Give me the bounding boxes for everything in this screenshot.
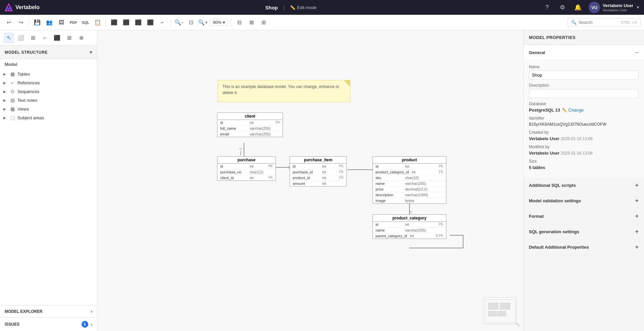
fit-button[interactable]: ⊡ <box>186 17 196 28</box>
zoom-control[interactable]: 90% ▾ <box>210 19 228 26</box>
save-button[interactable]: 💾 <box>32 17 43 28</box>
resize-icon: ⤡ <box>515 321 520 328</box>
svg-rect-18 <box>498 311 506 316</box>
table-row: product_category_id int FK <box>373 169 446 175</box>
help-icon[interactable]: ? <box>542 3 552 12</box>
toolbar-divider-1 <box>29 18 29 27</box>
user-dropdown[interactable]: VU Vertabelo User Vertabelo User ▼ <box>589 2 640 13</box>
zoom-out-button[interactable]: 🔍- <box>174 17 184 28</box>
database-label: Database <box>529 101 639 106</box>
layers-button[interactable]: ⬛ <box>145 17 156 28</box>
image-button[interactable]: 🖼 <box>56 17 67 28</box>
table-row: price decimal(12,2) <box>373 187 446 192</box>
share-button[interactable]: 👥 <box>44 17 55 28</box>
table-purchase-item[interactable]: purchase_item id int PK purchase_id int … <box>290 156 347 187</box>
table-client[interactable]: client id int PK full_name varchar(255) … <box>217 113 283 137</box>
align-right-button[interactable]: ⬛ <box>133 17 144 28</box>
created-by-label: Created by <box>529 130 639 135</box>
default-additional-header[interactable]: Default Additional Properties + <box>524 240 644 255</box>
modified-by-field: Modified by Vertabelo User 2025-01-16 13… <box>529 144 639 156</box>
search-input[interactable] <box>579 20 619 25</box>
sequences-icon: ⊙ <box>9 89 15 94</box>
collapse-general-icon[interactable]: − <box>635 49 639 56</box>
exclude-tool-button[interactable]: ⊗ <box>76 33 87 43</box>
database-field: Database PostgreSQL 13 Change <box>529 101 639 113</box>
table-tool-button[interactable]: ⊞ <box>28 33 38 43</box>
tree-arrow-icon: ▶ <box>3 98 7 102</box>
minimap-svg <box>483 298 516 324</box>
pdf-button[interactable]: PDF <box>68 17 79 28</box>
plus-icon: + <box>635 213 639 220</box>
issues-row[interactable]: ISSUES 5 › <box>0 317 97 331</box>
app-name: Vertabelo <box>15 4 40 10</box>
sticky-note-text: This is an example database model. You c… <box>222 84 339 95</box>
size-label: Size <box>529 159 639 164</box>
sticky-note-corner <box>344 80 350 86</box>
undo-button[interactable]: ↩ <box>3 17 14 28</box>
sql-button[interactable]: SQL <box>80 17 91 28</box>
issues-title: ISSUES <box>5 322 19 327</box>
sidebar-item-references[interactable]: ▶ ⌐ References <box>0 78 97 87</box>
svg-text:○: ○ <box>239 146 242 151</box>
zoom-value: 90% <box>213 20 221 25</box>
subjectareas-label: Subject areas <box>17 115 44 120</box>
textnotes-icon: ▤ <box>9 97 15 103</box>
align-left-button[interactable]: ⬛ <box>109 17 119 28</box>
tree-arrow-icon: ▶ <box>3 116 7 120</box>
edit-mode-toggle[interactable]: ✏️ Edit mode <box>290 5 317 10</box>
name-input[interactable] <box>529 71 639 80</box>
project-menu-icon[interactable]: ⋮ <box>281 4 287 11</box>
description-field: Description <box>529 83 639 98</box>
table-product[interactable]: product id int PK product_category_id in… <box>373 156 446 204</box>
views-label: Views <box>17 107 29 112</box>
sidebar-item-tables[interactable]: ▶ ▦ Tables <box>0 70 97 78</box>
right-panel: MODEL PROPERTIES General − Name Descript… <box>523 30 644 331</box>
description-input[interactable] <box>529 89 639 98</box>
notes-button[interactable]: 📋 <box>92 17 103 28</box>
format-header[interactable]: Format + <box>524 209 644 224</box>
tables-label: Tables <box>17 72 30 77</box>
search-bar: 🔍 CTRL + F <box>567 18 641 27</box>
compare-button[interactable]: ⊟ <box>234 17 245 28</box>
zoom-in-button[interactable]: 🔍+ <box>198 17 208 28</box>
canvas[interactable]: | ○ | ○ | This is an example database mo… <box>97 30 523 331</box>
sidebar-item-sequences[interactable]: ▶ ⊙ Sequences <box>0 87 97 96</box>
view-tool-button[interactable]: ⬛ <box>52 33 62 43</box>
size-field: Size 5 tables <box>529 159 639 170</box>
edit-mode-label: Edit mode <box>297 5 317 10</box>
topbar-center: Shop ⋮ ✏️ Edit mode <box>44 4 538 11</box>
user-info: Vertabelo User Vertabelo User <box>603 3 633 12</box>
size-value: 5 tables <box>529 165 545 170</box>
additional-sql-header[interactable]: Additional SQL scripts + <box>524 178 644 193</box>
align-center-button[interactable]: ⬛ <box>121 17 132 28</box>
sidebar-item-subjectareas[interactable]: ▶ ⬚ Subject areas <box>0 113 97 122</box>
rect-select-button[interactable]: ⬜ <box>15 33 26 43</box>
sidebar-item-views[interactable]: ▶ ▦ Views <box>0 105 97 113</box>
table-product-header: product <box>373 157 446 164</box>
table-row: full_name varchar(255) <box>217 126 283 131</box>
settings-icon[interactable]: ⚙ <box>558 3 567 12</box>
redo-button[interactable]: ↪ <box>15 17 26 28</box>
corner-button[interactable]: ⌐ <box>157 17 168 28</box>
sql-generation-header[interactable]: SQL generation settings + <box>524 224 644 239</box>
table-row: image bytea <box>373 198 446 203</box>
table-purchase[interactable]: purchase id int PK purchase_no char(12) … <box>217 156 276 181</box>
collapse-icon[interactable]: ▾ <box>90 49 92 55</box>
notifications-icon[interactable]: 🔔 <box>573 3 583 12</box>
general-section-header[interactable]: General − <box>524 45 644 60</box>
model-validation-header[interactable]: Model validation settings + <box>524 193 644 208</box>
svg-text:○: ○ <box>409 209 412 214</box>
area-tool-button[interactable]: ⊞ <box>64 33 75 43</box>
created-by-date: 2025-01-16 13:08 <box>561 136 593 141</box>
expand-button[interactable]: ⊞ <box>258 17 269 28</box>
change-link[interactable]: Change <box>562 108 584 113</box>
toggle-button[interactable]: ⊠ <box>246 17 257 28</box>
modified-by-label: Modified by <box>529 144 639 149</box>
app-logo[interactable]: Vertabelo <box>4 3 40 12</box>
model-explorer-row[interactable]: MODEL EXPLORER › <box>0 305 97 317</box>
ref-tool-button[interactable]: ⌐ <box>40 33 50 43</box>
tree-arrow-icon: ▶ <box>3 107 7 111</box>
sidebar-item-textnotes[interactable]: ▶ ▤ Text notes <box>0 96 97 105</box>
table-product-category[interactable]: product_category id int PK name varchar(… <box>373 214 446 239</box>
select-tool-button[interactable]: ↖ <box>3 33 14 43</box>
